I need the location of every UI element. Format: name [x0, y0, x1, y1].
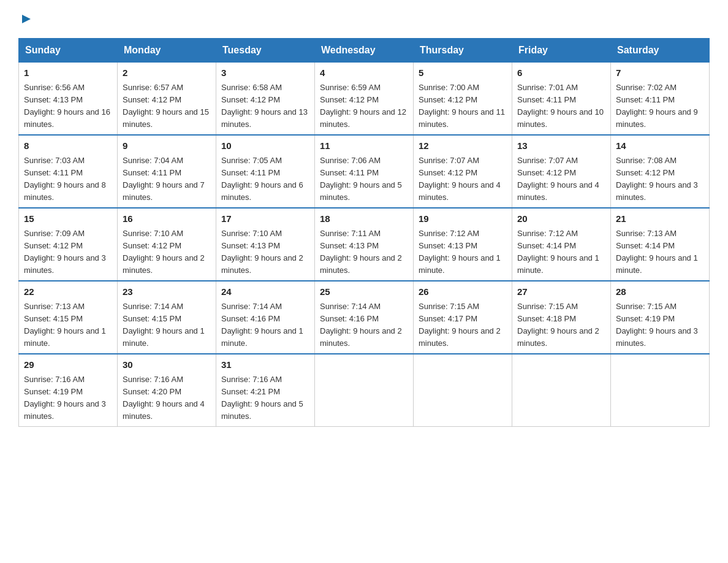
- calendar-week-row: 8 Sunrise: 7:03 AMSunset: 4:11 PMDayligh…: [19, 135, 710, 208]
- calendar-day-cell: 5 Sunrise: 7:00 AMSunset: 4:12 PMDayligh…: [414, 63, 512, 136]
- calendar-day-header: Sunday: [19, 39, 118, 63]
- day-info: Sunrise: 7:05 AMSunset: 4:11 PMDaylight:…: [221, 156, 303, 202]
- day-number: 25: [320, 285, 408, 299]
- day-number: 17: [221, 212, 309, 226]
- calendar-day-cell: 4 Sunrise: 6:59 AMSunset: 4:12 PMDayligh…: [315, 63, 414, 136]
- day-number: 3: [221, 66, 309, 80]
- calendar-day-cell: [611, 354, 710, 427]
- calendar-day-cell: 11 Sunrise: 7:06 AMSunset: 4:11 PMDaylig…: [315, 135, 414, 208]
- calendar-day-cell: 27 Sunrise: 7:15 AMSunset: 4:18 PMDaylig…: [512, 281, 611, 354]
- calendar-day-cell: 2 Sunrise: 6:57 AMSunset: 4:12 PMDayligh…: [118, 63, 216, 136]
- day-info: Sunrise: 7:12 AMSunset: 4:14 PMDaylight:…: [517, 229, 599, 275]
- day-number: 22: [24, 285, 112, 299]
- calendar-day-cell: 22 Sunrise: 7:13 AMSunset: 4:15 PMDaylig…: [19, 281, 118, 354]
- calendar-table: SundayMondayTuesdayWednesdayThursdayFrid…: [18, 38, 710, 427]
- day-info: Sunrise: 7:11 AMSunset: 4:13 PMDaylight:…: [320, 229, 402, 275]
- calendar-day-cell: 16 Sunrise: 7:10 AMSunset: 4:12 PMDaylig…: [118, 208, 216, 281]
- day-number: 14: [616, 139, 704, 153]
- calendar-day-cell: 1 Sunrise: 6:56 AMSunset: 4:13 PMDayligh…: [19, 63, 118, 136]
- calendar-day-cell: 17 Sunrise: 7:10 AMSunset: 4:13 PMDaylig…: [216, 208, 315, 281]
- day-info: Sunrise: 6:59 AMSunset: 4:12 PMDaylight:…: [320, 83, 406, 129]
- day-info: Sunrise: 7:04 AMSunset: 4:11 PMDaylight:…: [123, 156, 205, 202]
- day-info: Sunrise: 7:13 AMSunset: 4:14 PMDaylight:…: [616, 229, 698, 275]
- calendar-day-cell: 15 Sunrise: 7:09 AMSunset: 4:12 PMDaylig…: [19, 208, 118, 281]
- calendar-day-header: Friday: [512, 39, 611, 63]
- day-info: Sunrise: 7:12 AMSunset: 4:13 PMDaylight:…: [419, 229, 501, 275]
- day-number: 26: [419, 285, 507, 299]
- page-header: [18, 12, 710, 27]
- day-number: 19: [419, 212, 507, 226]
- day-number: 11: [320, 139, 408, 153]
- calendar-day-cell: 24 Sunrise: 7:14 AMSunset: 4:16 PMDaylig…: [216, 281, 315, 354]
- day-number: 24: [221, 285, 309, 299]
- calendar-day-cell: 31 Sunrise: 7:16 AMSunset: 4:21 PMDaylig…: [216, 354, 315, 427]
- day-number: 4: [320, 66, 408, 80]
- day-info: Sunrise: 7:15 AMSunset: 4:18 PMDaylight:…: [517, 302, 599, 348]
- day-number: 12: [419, 139, 507, 153]
- logo-arrow-icon: [21, 13, 32, 25]
- calendar-day-cell: 19 Sunrise: 7:12 AMSunset: 4:13 PMDaylig…: [414, 208, 512, 281]
- day-info: Sunrise: 7:16 AMSunset: 4:21 PMDaylight:…: [221, 375, 303, 421]
- day-info: Sunrise: 7:10 AMSunset: 4:13 PMDaylight:…: [221, 229, 303, 275]
- calendar-day-cell: 9 Sunrise: 7:04 AMSunset: 4:11 PMDayligh…: [118, 135, 216, 208]
- calendar-day-cell: 7 Sunrise: 7:02 AMSunset: 4:11 PMDayligh…: [611, 63, 710, 136]
- calendar-day-header: Thursday: [414, 39, 512, 63]
- day-number: 18: [320, 212, 408, 226]
- day-info: Sunrise: 7:07 AMSunset: 4:12 PMDaylight:…: [419, 156, 501, 202]
- calendar-week-row: 29 Sunrise: 7:16 AMSunset: 4:19 PMDaylig…: [19, 354, 710, 427]
- day-number: 16: [123, 212, 211, 226]
- day-number: 7: [616, 66, 704, 80]
- calendar-day-cell: 6 Sunrise: 7:01 AMSunset: 4:11 PMDayligh…: [512, 63, 611, 136]
- calendar-day-cell: [414, 354, 512, 427]
- day-info: Sunrise: 7:13 AMSunset: 4:15 PMDaylight:…: [24, 302, 106, 348]
- logo: [18, 12, 32, 27]
- calendar-day-cell: 26 Sunrise: 7:15 AMSunset: 4:17 PMDaylig…: [414, 281, 512, 354]
- day-number: 20: [517, 212, 605, 226]
- day-number: 15: [24, 212, 112, 226]
- day-info: Sunrise: 7:14 AMSunset: 4:16 PMDaylight:…: [320, 302, 402, 348]
- day-info: Sunrise: 7:14 AMSunset: 4:15 PMDaylight:…: [123, 302, 205, 348]
- calendar-day-cell: 3 Sunrise: 6:58 AMSunset: 4:12 PMDayligh…: [216, 63, 315, 136]
- calendar-day-header: Tuesday: [216, 39, 315, 63]
- day-number: 28: [616, 285, 704, 299]
- day-info: Sunrise: 6:57 AMSunset: 4:12 PMDaylight:…: [123, 83, 209, 129]
- day-info: Sunrise: 7:09 AMSunset: 4:12 PMDaylight:…: [24, 229, 106, 275]
- day-number: 13: [517, 139, 605, 153]
- day-info: Sunrise: 7:01 AMSunset: 4:11 PMDaylight:…: [517, 83, 604, 129]
- day-info: Sunrise: 7:02 AMSunset: 4:11 PMDaylight:…: [616, 83, 698, 129]
- day-number: 30: [123, 358, 211, 372]
- day-number: 5: [419, 66, 507, 80]
- calendar-day-cell: 14 Sunrise: 7:08 AMSunset: 4:12 PMDaylig…: [611, 135, 710, 208]
- day-info: Sunrise: 6:56 AMSunset: 4:13 PMDaylight:…: [24, 83, 110, 129]
- day-info: Sunrise: 7:10 AMSunset: 4:12 PMDaylight:…: [123, 229, 205, 275]
- day-info: Sunrise: 7:03 AMSunset: 4:11 PMDaylight:…: [24, 156, 106, 202]
- day-info: Sunrise: 7:07 AMSunset: 4:12 PMDaylight:…: [517, 156, 599, 202]
- calendar-week-row: 1 Sunrise: 6:56 AMSunset: 4:13 PMDayligh…: [19, 63, 710, 136]
- day-number: 23: [123, 285, 211, 299]
- calendar-day-cell: 10 Sunrise: 7:05 AMSunset: 4:11 PMDaylig…: [216, 135, 315, 208]
- calendar-day-cell: 18 Sunrise: 7:11 AMSunset: 4:13 PMDaylig…: [315, 208, 414, 281]
- calendar-day-cell: 12 Sunrise: 7:07 AMSunset: 4:12 PMDaylig…: [414, 135, 512, 208]
- calendar-day-cell: 23 Sunrise: 7:14 AMSunset: 4:15 PMDaylig…: [118, 281, 216, 354]
- calendar-day-cell: 20 Sunrise: 7:12 AMSunset: 4:14 PMDaylig…: [512, 208, 611, 281]
- day-number: 6: [517, 66, 605, 80]
- day-number: 21: [616, 212, 704, 226]
- day-info: Sunrise: 7:16 AMSunset: 4:20 PMDaylight:…: [123, 375, 205, 421]
- day-info: Sunrise: 7:16 AMSunset: 4:19 PMDaylight:…: [24, 375, 106, 421]
- day-info: Sunrise: 7:08 AMSunset: 4:12 PMDaylight:…: [616, 156, 698, 202]
- calendar-day-cell: 29 Sunrise: 7:16 AMSunset: 4:19 PMDaylig…: [19, 354, 118, 427]
- day-number: 2: [123, 66, 211, 80]
- day-number: 27: [517, 285, 605, 299]
- calendar-day-cell: 28 Sunrise: 7:15 AMSunset: 4:19 PMDaylig…: [611, 281, 710, 354]
- day-info: Sunrise: 7:14 AMSunset: 4:16 PMDaylight:…: [221, 302, 303, 348]
- calendar-day-header: Monday: [118, 39, 216, 63]
- day-number: 9: [123, 139, 211, 153]
- calendar-day-cell: [315, 354, 414, 427]
- calendar-day-cell: 13 Sunrise: 7:07 AMSunset: 4:12 PMDaylig…: [512, 135, 611, 208]
- calendar-day-cell: 8 Sunrise: 7:03 AMSunset: 4:11 PMDayligh…: [19, 135, 118, 208]
- svg-marker-0: [22, 15, 31, 23]
- calendar-week-row: 15 Sunrise: 7:09 AMSunset: 4:12 PMDaylig…: [19, 208, 710, 281]
- day-number: 31: [221, 358, 309, 372]
- day-number: 1: [24, 66, 112, 80]
- day-info: Sunrise: 7:15 AMSunset: 4:17 PMDaylight:…: [419, 302, 501, 348]
